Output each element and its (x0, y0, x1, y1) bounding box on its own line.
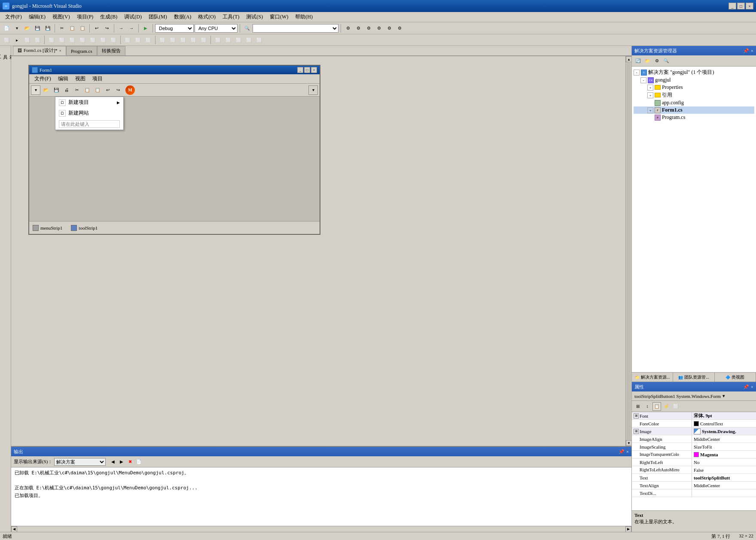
form-tb-save[interactable]: 💾 (52, 85, 61, 95)
form-tb-cut[interactable]: ✂ (72, 85, 82, 95)
copy-btn[interactable]: 📋 (67, 24, 77, 33)
tb2-btn19[interactable]: ⬜ (199, 35, 208, 45)
find-btn[interactable]: 🔍 (242, 24, 252, 33)
form-menu-edit[interactable]: 编辑 (55, 75, 72, 83)
save-all-btn[interactable]: 💾 (43, 24, 52, 33)
redo-btn[interactable]: ↪ (102, 24, 112, 33)
tb2-btn24[interactable]: ⬜ (254, 35, 264, 45)
form-tb-paste[interactable]: 📋 (93, 85, 102, 95)
solution-pin-icon[interactable]: 📌 (743, 48, 749, 54)
tab-form1-design[interactable]: 🖼 Form1.cs [设计]* × (13, 46, 66, 55)
close-button[interactable]: × (746, 3, 753, 9)
form1-node[interactable]: + F Form1.cs (634, 106, 754, 114)
form-tb-print[interactable]: 🖨 (62, 85, 71, 95)
references-expand[interactable]: + (647, 92, 653, 98)
tb-extra6[interactable]: ⚙ (395, 24, 404, 33)
form-menu-view[interactable]: 视图 (72, 75, 89, 83)
project-node[interactable]: - C# gongjul (634, 76, 754, 84)
prop-imgtranscolor-row[interactable]: ImageTransparentColo Magenta (632, 451, 756, 458)
form-tb-dropdown[interactable]: ▾ (308, 85, 318, 95)
menu-team[interactable]: 团队(M) (145, 12, 171, 21)
design-scrollbar-v[interactable]: ▲ ▼ (625, 56, 631, 446)
open-btn[interactable]: 📂 (22, 24, 32, 33)
prop-textdi-row[interactable]: TextDi... (632, 489, 756, 497)
run-btn[interactable]: ▶ (141, 24, 150, 33)
tb-extra5[interactable]: ⚙ (384, 24, 394, 33)
tb-nav2[interactable]: → (127, 24, 136, 33)
menu-debug[interactable]: 调试(D) (121, 12, 145, 21)
minimize-button[interactable]: _ (729, 3, 736, 9)
form-max-btn[interactable]: □ (304, 67, 310, 73)
form-tb-open[interactable]: 📂 (41, 85, 51, 95)
sol-refresh-btn[interactable]: 🔄 (634, 57, 642, 65)
tool-strip-component[interactable]: toolStrip1 (71, 225, 98, 231)
menu-tools[interactable]: 工具(T) (219, 12, 243, 21)
new-btn[interactable]: 📄 (2, 24, 11, 33)
tb2-btn12[interactable]: ⬜ (123, 35, 132, 45)
tb-extra4[interactable]: ⚙ (374, 24, 384, 33)
output-prev-btn[interactable]: ◀ (109, 458, 117, 466)
form-close-btn[interactable]: × (311, 67, 317, 73)
prop-font-row[interactable]: ⊞ Font 宋体, 9pt (632, 412, 756, 420)
tb-nav[interactable]: → (116, 24, 126, 33)
root-expand[interactable]: - (634, 70, 640, 76)
tb2-btn1[interactable]: ⬜ (2, 35, 11, 45)
output-close-icon[interactable]: × (626, 449, 629, 455)
props-target-dropdown[interactable]: ▾ (722, 393, 725, 399)
menu-help[interactable]: 帮助(H) (292, 12, 316, 21)
tb2-btn15[interactable]: ⬜ (158, 35, 167, 45)
tb2-btn10[interactable]: ⬜ (98, 35, 108, 45)
form-tb-undo[interactable]: ↩ (103, 85, 113, 95)
solution-root[interactable]: - S 解决方案 "gongjul" (1 个项目) (634, 68, 754, 76)
tb-extra3[interactable]: ⚙ (364, 24, 373, 33)
tab-report[interactable]: 转换报告 (97, 46, 125, 55)
tb2-btn6[interactable]: ⬜ (57, 35, 67, 45)
cpu-combo[interactable]: Any CPU (195, 24, 238, 33)
sol-search-btn[interactable]: 🔍 (662, 57, 671, 65)
sol-props-btn[interactable]: ⚙ (652, 57, 661, 65)
form-menu-project[interactable]: 项目 (89, 75, 106, 83)
form-tb-copy[interactable]: 📋 (82, 85, 92, 95)
hscroll-left-btn[interactable]: ◀ (11, 526, 17, 532)
tb2-btn22[interactable]: ⬜ (234, 35, 243, 45)
menu-window[interactable]: 窗口(W) (266, 12, 292, 21)
form-min-btn[interactable]: _ (297, 67, 303, 73)
cut-btn[interactable]: ✂ (57, 24, 67, 33)
menu-project[interactable]: 项目(P) (73, 12, 97, 21)
tab-form1-close[interactable]: × (59, 49, 61, 53)
scroll-up-btn[interactable]: ▲ (626, 56, 631, 62)
prop-imagescaling-row[interactable]: ImageScaling SizeToFit (632, 443, 756, 451)
menu-view[interactable]: 视图(V) (49, 12, 73, 21)
props-alpha-btn[interactable]: ↕ (643, 402, 652, 411)
prop-image-row[interactable]: ⊞ Image System.Drawing. (632, 428, 756, 435)
menu-format[interactable]: 格式(O) (195, 12, 219, 21)
tb-extra1[interactable]: ⚙ (343, 24, 353, 33)
tb2-btn7[interactable]: ⬜ (67, 35, 77, 45)
form1-expand[interactable]: + (647, 107, 653, 113)
properties-expand[interactable]: + (647, 85, 653, 91)
dropdown-new-project[interactable]: 🗋 新建项目 ▶ (55, 97, 123, 108)
menu-build[interactable]: 生成(B) (97, 12, 121, 21)
paste-btn[interactable]: 📋 (78, 24, 87, 33)
props-props-btn[interactable]: 📋 (652, 402, 661, 411)
search-combo[interactable] (253, 24, 338, 33)
tb2-btn5[interactable]: ⬜ (47, 35, 56, 45)
tab-solution-resources[interactable]: 📁 解决方案资源... (632, 373, 673, 382)
properties-node[interactable]: + Properties (634, 84, 754, 91)
dropdown-new-website[interactable]: 🗋 新建网站 (55, 108, 123, 118)
output-source-combo[interactable]: 解决方案 (54, 458, 106, 466)
dropdown-search-input[interactable] (59, 120, 120, 128)
props-pin-icon[interactable]: 📌 (743, 384, 749, 390)
props-close-icon[interactable]: × (751, 384, 753, 390)
tb2-btn4[interactable]: ⬜ (33, 35, 42, 45)
solution-close-icon[interactable]: × (751, 48, 753, 54)
tb2-btn2[interactable]: ▸ (12, 35, 21, 45)
tb2-btn11[interactable]: ⬜ (109, 35, 118, 45)
tb2-btn8[interactable]: ⬜ (78, 35, 87, 45)
appconfig-node[interactable]: app.config (634, 99, 754, 106)
tb-btn2[interactable]: ▾ (12, 24, 21, 33)
form-tb-special[interactable]: M (125, 85, 135, 95)
scroll-down-btn[interactable]: ▼ (626, 440, 631, 446)
tb2-btn23[interactable]: ⬜ (244, 35, 253, 45)
tb2-btn16[interactable]: ⬜ (168, 35, 177, 45)
